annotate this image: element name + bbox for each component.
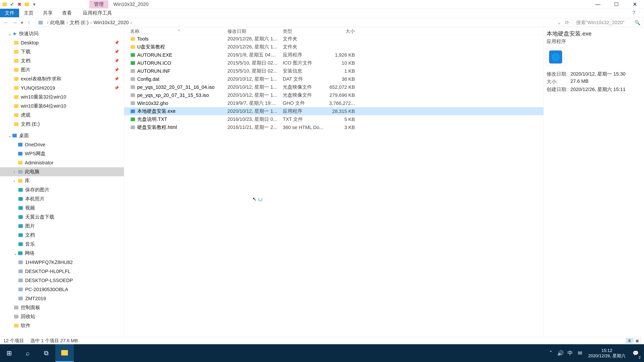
start-button[interactable]: ⊞ bbox=[0, 344, 18, 362]
nav-library-item[interactable]: 天翼云盘下载 bbox=[0, 213, 124, 222]
nav-network-item[interactable]: DESKTOP-HL0PLFL bbox=[0, 267, 124, 276]
chevron-right-icon[interactable]: › bbox=[65, 20, 70, 25]
taskbar-search-button[interactable]: ⌕ bbox=[18, 344, 37, 362]
ribbon-file-tab[interactable]: 文件 bbox=[0, 9, 19, 17]
nav-desktop-item[interactable]: ›库 bbox=[0, 176, 124, 185]
column-headers[interactable]: 名称 ^ 修改日期 类型 大小 bbox=[124, 28, 544, 35]
nav-desktop-item[interactable]: ›此电脑 bbox=[0, 167, 124, 176]
maximize-button[interactable]: ☐ bbox=[607, 0, 626, 8]
nav-library-item[interactable]: 文档 bbox=[0, 231, 124, 240]
nav-library-item[interactable]: 图片 bbox=[0, 222, 124, 231]
chevron-right-icon[interactable]: › bbox=[88, 20, 94, 25]
nav-misc-item[interactable]: 软件 bbox=[0, 321, 124, 330]
help-button[interactable]: ? bbox=[624, 10, 643, 15]
refresh-icon[interactable]: ⟳ bbox=[563, 20, 571, 25]
file-row[interactable]: AUTORUN.INF2015/5/10, 星期日 02...安装信息1 KB bbox=[124, 67, 544, 75]
view-details-button[interactable]: ≣ bbox=[626, 338, 633, 344]
file-row[interactable]: 硬盘安装教程.html2016/11/21, 星期一 2...360 se HT… bbox=[124, 123, 544, 131]
nav-quick-item[interactable]: 下载📌 bbox=[0, 47, 124, 56]
col-type[interactable]: 类型 bbox=[283, 28, 326, 34]
nav-quick-item[interactable]: excel表格制作求和📌 bbox=[0, 74, 124, 83]
nav-desktop-item[interactable]: OneDrive bbox=[0, 140, 124, 149]
nav-quick-item[interactable]: 文档 (E:) bbox=[0, 120, 124, 129]
col-name[interactable]: 名称 ^ bbox=[130, 28, 228, 34]
ribbon-tab-app-tools[interactable]: 应用程序工具 bbox=[78, 9, 117, 17]
recent-dropdown[interactable]: ▾ bbox=[20, 18, 24, 27]
close-button[interactable]: ✕ bbox=[626, 0, 644, 8]
nav-quick-item[interactable]: 虎观 bbox=[0, 111, 124, 120]
file-icon bbox=[130, 125, 136, 130]
qat-dropdown-icon[interactable]: ▾ bbox=[31, 1, 38, 8]
taskbar-explorer-button[interactable] bbox=[55, 344, 74, 362]
nav-quick-item[interactable]: 图片📌 bbox=[0, 65, 124, 74]
nav-desktop[interactable]: ⌄桌面 bbox=[0, 131, 124, 140]
nav-library-item[interactable]: 音乐 bbox=[0, 240, 124, 249]
nav-misc-item[interactable]: 控制面板 bbox=[0, 303, 124, 312]
mail-icon[interactable]: ✉ bbox=[575, 344, 585, 362]
nav-quick-item[interactable]: 文档📌 bbox=[0, 56, 124, 65]
qat-new-icon[interactable] bbox=[24, 1, 30, 8]
file-row[interactable]: AUTORUN.ICO2015/5/10, 星期日 02...ICO 图片文件1… bbox=[124, 59, 544, 67]
file-row[interactable]: 光盘说明.TXT2016/10/23, 星期日 0...TXT 文件5 KB bbox=[124, 115, 544, 123]
volume-icon[interactable]: 🔊 bbox=[556, 344, 565, 362]
nav-quick-item[interactable]: win10重装32位win10 bbox=[0, 92, 124, 102]
address-dropdown-icon[interactable]: ⌄ bbox=[555, 20, 563, 25]
file-row[interactable]: Tools2020/12/26, 星期六 1...文件夹 bbox=[124, 35, 544, 43]
action-center-button[interactable]: 💬2 bbox=[629, 344, 642, 362]
file-row[interactable]: pe_yqs_1032_20_07_31_16_04.iso2020/10/12… bbox=[124, 83, 544, 91]
nav-desktop-item[interactable]: Administrator bbox=[0, 158, 124, 167]
file-row[interactable]: pe_yqs_xp_20_07_31_15_53.iso2020/10/12, … bbox=[124, 91, 544, 99]
tray-overflow-icon[interactable]: ˄ bbox=[546, 344, 556, 362]
task-view-button[interactable]: ⧉ bbox=[37, 344, 55, 362]
qat-checkmark-icon[interactable]: ✔ bbox=[9, 1, 16, 8]
file-row[interactable]: U盘安装教程2020/12/26, 星期六 1...文件夹 bbox=[124, 43, 544, 51]
nav-library-item[interactable]: 本机照片 bbox=[0, 194, 124, 203]
nav-library-item[interactable]: 保存的图片 bbox=[0, 185, 124, 194]
view-icons-button[interactable]: ▦ bbox=[634, 338, 641, 344]
search-input[interactable]: 搜索"Win10x32_2020" 🔍 bbox=[574, 19, 643, 26]
breadcrumb-seg-2[interactable]: Win10x32_2020 bbox=[94, 20, 129, 25]
breadcrumb-seg-0[interactable]: 此电脑 bbox=[50, 19, 65, 26]
breadcrumb[interactable]: › 此电脑 › 文档 (E:) › Win10x32_2020 › ⌄ ⟳ bbox=[36, 19, 573, 26]
forward-button[interactable]: → bbox=[10, 18, 20, 27]
file-size: 652,072 KB bbox=[326, 84, 355, 90]
ribbon-tab-share[interactable]: 共享 bbox=[38, 9, 57, 17]
nav-library-item[interactable]: 视频 bbox=[0, 203, 124, 213]
nav-network-item[interactable]: DESKTOP-LSSOEDP bbox=[0, 276, 124, 285]
nav-network[interactable]: ⌄网络 bbox=[0, 249, 124, 258]
col-date[interactable]: 修改日期 bbox=[228, 28, 283, 34]
nav-desktop-item[interactable]: WPS网盘 bbox=[0, 149, 124, 158]
file-row[interactable]: AUTORUN.EXE2016/1/8, 星期五 04:...应用程序1,926… bbox=[124, 51, 544, 59]
file-date: 2020/10/12, 星期一 1... bbox=[228, 84, 283, 90]
navigation-pane[interactable]: ⌄★快速访问 Desktop📌下载📌文档📌图片📌excel表格制作求和📌YUNQ… bbox=[0, 28, 124, 337]
nav-misc-item[interactable]: 回收站 bbox=[0, 312, 124, 321]
window-buttons: — ☐ ✕ ? bbox=[589, 0, 644, 8]
nav-quick-item[interactable]: YUNQISHI2019📌 bbox=[0, 83, 124, 92]
up-button[interactable]: ↑ bbox=[24, 18, 34, 27]
ribbon-tab-home[interactable]: 主页 bbox=[19, 9, 38, 17]
search-icon[interactable]: 🔍 bbox=[634, 20, 640, 25]
nav-network-item[interactable]: 1H4WPFQ7KZ8HU82 bbox=[0, 258, 124, 267]
back-button[interactable]: ← bbox=[1, 18, 10, 27]
nav-network-item[interactable]: ZMT2019 bbox=[0, 294, 124, 303]
ribbon-context-label[interactable]: 管理 bbox=[89, 0, 108, 8]
file-row[interactable]: Config.dat2020/10/12, 星期一 1...DAT 文件36 K… bbox=[124, 75, 544, 83]
ribbon-tab-view[interactable]: 查看 bbox=[57, 9, 76, 17]
file-list: 名称 ^ 修改日期 类型 大小 Tools2020/12/26, 星期六 1..… bbox=[124, 28, 544, 337]
nav-quick-item[interactable]: win10重装64位win10 bbox=[0, 102, 124, 111]
nav-network-item[interactable]: PC-20190530OBLA bbox=[0, 285, 124, 294]
chevron-right-icon[interactable]: › bbox=[129, 20, 134, 25]
nav-quick-item[interactable]: Desktop📌 bbox=[0, 38, 124, 47]
file-row[interactable]: Win10x32.gho2019/9/7, 星期六 19:...GHO 文件3,… bbox=[124, 99, 544, 107]
computer-icon bbox=[18, 269, 24, 274]
breadcrumb-seg-1[interactable]: 文档 (E:) bbox=[70, 19, 88, 26]
qat-delete-icon[interactable]: ✖ bbox=[16, 1, 23, 8]
preview-property: 修改日期:2020/10/12, 星期一 15:30 bbox=[546, 71, 641, 77]
file-row[interactable]: 本地硬盘安装.exe2020/10/12, 星期一 1...应用程序28,315… bbox=[124, 107, 544, 115]
nav-quick-access[interactable]: ⌄★快速访问 bbox=[0, 29, 124, 38]
col-size[interactable]: 大小 bbox=[326, 28, 355, 34]
minimize-button[interactable]: — bbox=[589, 0, 607, 8]
taskbar-clock[interactable]: 15:12 2020/12/26, 星期六 bbox=[585, 348, 629, 359]
ime-indicator[interactable]: 中 bbox=[565, 344, 575, 362]
chevron-right-icon[interactable]: › bbox=[45, 20, 50, 25]
